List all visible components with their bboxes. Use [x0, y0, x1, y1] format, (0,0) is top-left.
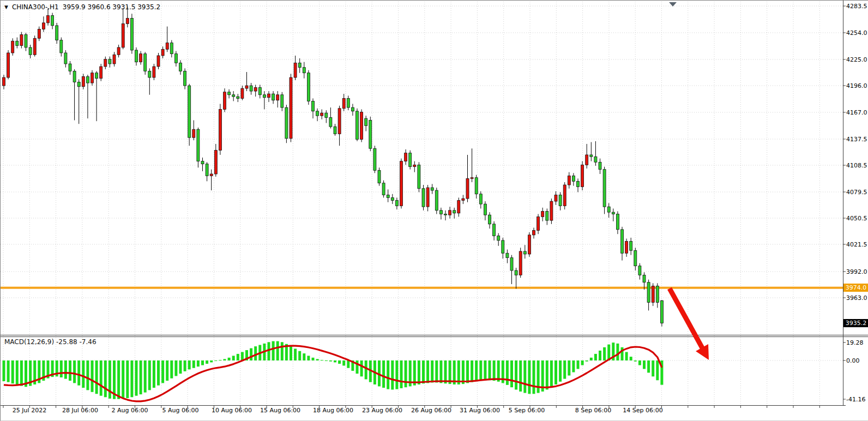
price-tick-label: 3992.0 [846, 268, 867, 275]
macd-histogram-bar [515, 360, 517, 389]
candle-body [73, 71, 76, 82]
macd-histogram-bar [475, 360, 478, 381]
macd-histogram-bar [224, 359, 226, 360]
macd-histogram-bar [140, 360, 142, 394]
macd-histogram-bar [60, 360, 63, 377]
macd-histogram-bar [523, 360, 526, 393]
price-tick-label: 3963.0 [846, 294, 867, 302]
candle-body [405, 153, 407, 161]
candle-body [224, 92, 226, 110]
candle-body [356, 111, 359, 140]
macd-histogram-bar [228, 358, 231, 360]
candle-body [647, 282, 650, 303]
macd-histogram-bar [422, 360, 425, 383]
macd-histogram-bar [126, 360, 129, 398]
candle-body [276, 95, 279, 100]
candle-body [409, 153, 412, 167]
candle-body [321, 113, 323, 116]
macd-histogram-bar [395, 360, 398, 389]
candle-body [307, 73, 310, 101]
macd-histogram-bar [95, 360, 98, 394]
chart-canvas[interactable] [1, 1, 868, 421]
macd-histogram-bar [232, 356, 235, 360]
candle-body [316, 111, 319, 116]
macd-histogram-bar [148, 360, 151, 390]
candle-body [95, 73, 98, 79]
candle-body [347, 98, 349, 107]
macd-histogram-bar [73, 360, 76, 383]
macd-histogram-bar [77, 360, 80, 386]
candle-body [586, 155, 588, 165]
macd-histogram-bar [312, 358, 315, 360]
chart-shift-marker-icon[interactable] [669, 2, 677, 7]
candle-body [365, 118, 367, 125]
candle-body [334, 127, 336, 134]
macd-histogram-bar [418, 360, 420, 384]
candle-body [643, 275, 646, 282]
macd-values: -25.88 -7.46 [56, 338, 97, 346]
candle-body [612, 212, 614, 214]
candle-body [135, 50, 138, 62]
macd-histogram-bar [86, 360, 89, 390]
candle-body [497, 236, 500, 240]
candle-body [528, 235, 531, 254]
candle-body [625, 242, 628, 254]
macd-histogram-bar [192, 360, 195, 368]
candle-body [285, 107, 288, 139]
macd-histogram-bar [347, 360, 349, 368]
macd-histogram-bar [581, 360, 584, 365]
candle-body [559, 195, 562, 206]
candle-body [25, 35, 27, 47]
macd-tick-label: 0.00 [846, 357, 860, 364]
candle-body [42, 23, 45, 29]
macd-histogram-bar [400, 360, 403, 388]
candle-body [206, 164, 208, 176]
candle-body [413, 165, 416, 166]
macd-signal-line [4, 346, 662, 401]
candle-body [122, 24, 124, 47]
candle-body [431, 188, 433, 190]
macd-histogram-bar [590, 358, 593, 360]
chart-window: ▼ CHINA300-,H1 3959.9 3960.6 3931.5 3935… [0, 0, 868, 421]
candle-body [329, 118, 332, 127]
candle-body [533, 231, 535, 235]
candle-body [100, 67, 103, 79]
macd-histogram-bar [153, 360, 155, 388]
macd-histogram-bar [510, 360, 513, 387]
chart-title-bar: ▼ CHINA300-,H1 3959.9 3960.6 3931.5 3935… [4, 3, 160, 11]
macd-histogram-bar [471, 360, 473, 382]
macd-histogram-bar [537, 360, 540, 393]
macd-histogram-bar [356, 360, 359, 374]
candle-body [69, 64, 71, 71]
candle-body [426, 188, 429, 207]
candle-body [378, 170, 381, 183]
candle-body [510, 258, 513, 270]
symbol-dropdown-icon[interactable]: ▼ [4, 5, 8, 10]
macd-histogram-bar [559, 360, 562, 382]
candle-body [148, 71, 151, 77]
macd-histogram-bar [625, 352, 628, 360]
macd-histogram-bar [444, 360, 447, 383]
macd-histogram-bar [435, 360, 438, 383]
macd-histogram-bar [342, 360, 345, 365]
candle-body [502, 240, 504, 253]
price-tick-label: 4225.0 [846, 56, 867, 63]
candle-body [373, 148, 376, 170]
macd-histogram-bar [528, 360, 531, 394]
macd-histogram-bar [157, 360, 160, 386]
macd-histogram-bar [586, 360, 588, 362]
candle-body [303, 68, 305, 73]
candle-body [298, 63, 301, 67]
price-tick-label: 4079.5 [846, 189, 867, 196]
candle-body [237, 97, 239, 98]
time-tick-label: 5 Sep 06:00 [509, 407, 545, 414]
macd-histogram-bar [572, 360, 575, 372]
time-tick-label: 10 Aug 06:00 [212, 407, 252, 414]
price-tick-label: 4050.5 [846, 215, 867, 222]
candle-body [444, 214, 447, 215]
macd-histogram-bar [174, 360, 177, 376]
candle-body [616, 214, 619, 229]
candle-body [493, 224, 496, 236]
candle-body [241, 88, 244, 98]
candle-body [439, 211, 442, 214]
